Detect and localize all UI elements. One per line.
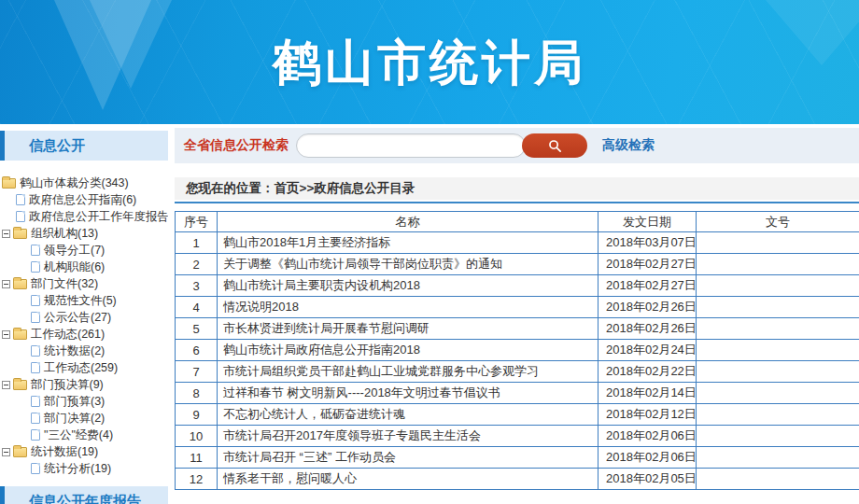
row-index: 10 (176, 426, 218, 447)
sidebar-tree-item[interactable]: 鹤山市体裁分类(343) (0, 175, 168, 191)
folder-icon (13, 279, 27, 289)
table-row: 11 市统计局召开 “三述” 工作动员会 2018年02月06日 (176, 447, 859, 469)
document-title-link[interactable]: 市统计局召开2017年度领导班子专题民主生活会 (218, 426, 598, 447)
document-number (697, 469, 859, 490)
document-date: 2018年02月26日 (598, 318, 697, 340)
sidebar-tree-item-label: 公示公告(27) (44, 310, 111, 326)
folder-icon (13, 447, 27, 457)
document-date: 2018年02月27日 (598, 275, 697, 297)
row-index: 9 (176, 404, 218, 426)
document-title-link[interactable]: 鹤山市统计局政府信息公开指南2018 (218, 340, 598, 361)
sidebar-tree-item[interactable]: 部门决算(2) (0, 410, 168, 427)
column-header-docno: 文号 (697, 212, 859, 232)
document-title-link[interactable]: 市统计局组织党员干部赴鹤山工业城党群服务中心参观学习 (218, 361, 598, 383)
table-row: 9 不忘初心统计人，砥砺奋进统计魂 2018年02月12日 (176, 404, 859, 426)
sidebar-tree-item-label: 政府信息公开指南(6) (29, 192, 136, 208)
row-index: 5 (176, 318, 218, 340)
document-title-link[interactable]: 情系老干部，慰问暖人心 (218, 469, 598, 490)
sidebar-tree-item-label: 统计分析(19) (44, 461, 111, 477)
sidebar-tree-item[interactable]: 政府信息公开指南(6) (0, 191, 168, 208)
sidebar-tree-item[interactable]: 部门文件(32) (0, 275, 168, 292)
document-number (697, 275, 859, 297)
file-icon (31, 295, 40, 306)
document-date: 2018年02月14日 (598, 383, 697, 404)
document-date: 2018年02月06日 (598, 426, 697, 447)
sidebar-tree-item[interactable]: 统计数据(2) (0, 343, 168, 359)
table-body: 1 鹤山市2018年1月主要经济指标 2018年03月07日 2 关于调整《鹤山… (176, 232, 859, 490)
file-icon (31, 261, 40, 273)
document-title-link[interactable]: 鹤山市2018年1月主要经济指标 (218, 232, 598, 254)
sidebar-tree-item[interactable]: 工作动态(259) (0, 359, 168, 376)
sidebar-tree-item-label: 部门决算(2) (44, 411, 105, 427)
sidebar-tree-item[interactable]: 政府信息公开工作年度报告( (0, 208, 168, 225)
sidebar-tree-item[interactable]: 部门预算(3) (0, 393, 168, 410)
tree-collapse-icon[interactable] (2, 448, 10, 456)
document-title-link[interactable]: 关于调整《鹤山市统计局领导干部岗位职责》的通知 (218, 254, 598, 275)
document-title-link[interactable]: 鹤山市统计局主要职责内设机构2018 (218, 275, 598, 297)
document-title-link[interactable]: 情况说明2018 (218, 297, 598, 318)
document-number (697, 426, 859, 447)
document-date: 2018年02月27日 (598, 254, 697, 275)
sidebar-tree-item[interactable]: 工作动态(261) (0, 326, 168, 343)
document-date: 2018年02月26日 (598, 297, 697, 318)
file-icon (31, 429, 40, 441)
file-icon (31, 312, 40, 323)
file-icon (31, 396, 40, 407)
sidebar-tree-item[interactable]: 统计分析(19) (0, 460, 168, 477)
tree-collapse-icon[interactable] (2, 230, 10, 238)
breadcrumb: 您现在的位置：首页>>政府信息公开目录 (175, 177, 859, 200)
sidebar-tree-item-label: 工作动态(259) (44, 360, 118, 376)
sidebar-tree-item-label: 统计数据(19) (31, 444, 98, 460)
sidebar-tree-item[interactable]: 领导分工(7) (0, 242, 168, 259)
table-row: 10 市统计局召开2017年度领导班子专题民主生活会 2018年02月06日 (176, 426, 859, 447)
tree-collapse-icon[interactable] (2, 280, 10, 288)
site-banner: 鹤山市统计局 (0, 0, 859, 124)
advanced-search-link[interactable]: 高级检索 (602, 137, 655, 154)
sidebar-tree-item-label: 部门文件(32) (31, 276, 98, 292)
sidebar-tree-item[interactable]: 规范性文件(5) (0, 292, 168, 309)
document-number (697, 297, 859, 318)
sidebar-tree-item-label: 规范性文件(5) (44, 293, 117, 309)
search-input[interactable] (296, 133, 526, 158)
row-index: 2 (176, 254, 218, 275)
document-date: 2018年02月12日 (598, 404, 697, 426)
sidebar: 信息公开 鹤山市体裁分类(343) 政府信息公开指南(6) 政府信息公开工作年度… (0, 124, 168, 504)
document-title-link[interactable]: 不忘初心统计人，砥砺奋进统计魂 (218, 404, 598, 426)
table-row: 8 过祥和春节 树文明新风----2018年文明过春节倡议书 2018年02月1… (176, 383, 859, 404)
sidebar-tree-item-label: 部门预决算(9) (31, 377, 104, 393)
file-icon (31, 345, 40, 357)
column-header-name: 名称 (218, 212, 598, 232)
document-title-link[interactable]: 过祥和春节 树文明新风----2018年文明过春节倡议书 (218, 383, 598, 404)
sidebar-tree-item-label: 领导分工(7) (44, 243, 105, 259)
table-row: 5 市长林贤进到统计局开展春节慰问调研 2018年02月26日 (176, 318, 859, 340)
document-title-link[interactable]: 市长林贤进到统计局开展春节慰问调研 (218, 318, 598, 340)
document-number (697, 232, 859, 254)
sidebar-tree-item[interactable]: 部门预决算(9) (0, 376, 168, 393)
document-number (697, 383, 859, 404)
row-index: 6 (176, 340, 218, 361)
search-button[interactable] (522, 133, 587, 158)
tree-collapse-icon[interactable] (2, 330, 10, 339)
tree-collapse-icon[interactable] (2, 381, 10, 389)
document-title-link[interactable]: 市统计局召开 “三述” 工作动员会 (218, 447, 598, 469)
sidebar-tree-item[interactable]: 公示公告(27) (0, 309, 168, 326)
file-icon (31, 413, 40, 424)
sidebar-tree-item[interactable]: "三公"经费(4) (0, 427, 168, 443)
table-row: 2 关于调整《鹤山市统计局领导干部岗位职责》的通知 2018年02月27日 (176, 254, 859, 275)
sidebar-tree-item-label: 组织机构(13) (31, 226, 98, 242)
sidebar-section-title: 信息公开 (0, 131, 168, 161)
sidebar-tree-item[interactable]: 机构职能(6) (0, 259, 168, 275)
document-number (697, 254, 859, 275)
folder-icon (13, 380, 27, 390)
sidebar-tree-item[interactable]: 统计数据(19) (0, 443, 168, 460)
file-icon (31, 362, 40, 373)
table-header-row: 序号 名称 发文日期 文号 (176, 212, 859, 232)
document-date: 2018年02月22日 (598, 361, 697, 383)
document-table: 序号 名称 发文日期 文号 1 鹤山市2018年1月主要经济指标 2018年03… (175, 211, 859, 490)
row-index: 7 (176, 361, 218, 383)
row-index: 12 (176, 469, 218, 490)
sidebar-tree-item[interactable]: 组织机构(13) (0, 225, 168, 242)
row-index: 8 (176, 383, 218, 404)
sidebar-tree-item-label: 机构职能(6) (44, 259, 105, 275)
document-number (697, 447, 859, 469)
